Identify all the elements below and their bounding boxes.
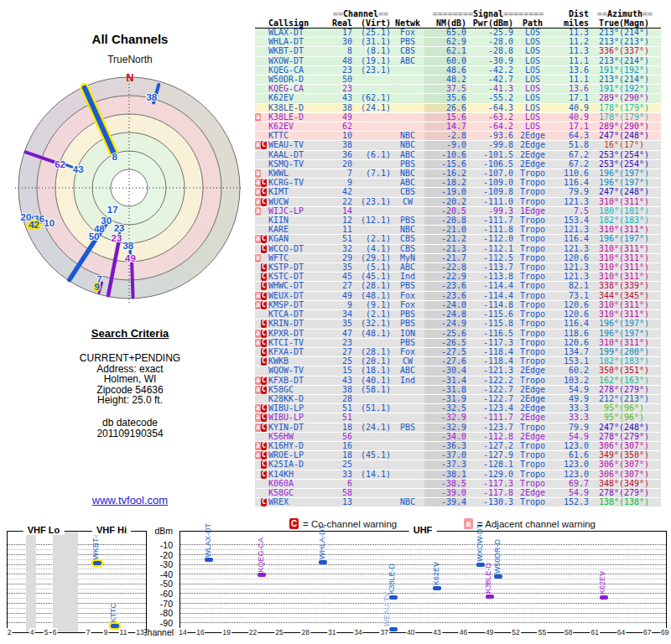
azimuth-true-cell: 289° — [589, 94, 619, 103]
table-row: aCWIBU-LP51(51.1)-32.5-123.42Edge33.395°… — [255, 404, 661, 413]
nm-db-cell: 62.9 — [424, 38, 466, 47]
text-fragment: C — [261, 498, 267, 506]
power-dbm-cell: -117.3 — [466, 479, 513, 488]
text-fragment: a — [255, 235, 261, 243]
north-marker: N — [126, 71, 133, 84]
x-tick-label: 25 — [274, 628, 283, 636]
virtual-channel-cell: (12.1) — [352, 216, 391, 226]
gridline-minor — [180, 617, 666, 618]
table-row: aCWEAU-TV38NBC-9.0-99.82Edge51.816°(17°) — [255, 141, 661, 150]
warning-markers: aC — [255, 273, 268, 282]
network-cell — [391, 451, 424, 460]
network-cell: Fox — [391, 291, 424, 300]
nm-db-cell: -37.3 — [424, 460, 466, 470]
distance-cell: 33.3 — [552, 404, 589, 413]
x-tick-label: 46 — [459, 628, 468, 636]
path-cell: Tropo — [513, 197, 552, 206]
callsign-cell: WQOW-TV — [268, 366, 330, 376]
col-header-callsign: Callsign — [255, 19, 330, 29]
azimuth-magnetic-cell: (311°) — [619, 273, 661, 282]
x-tick-label: 40 — [406, 628, 415, 636]
signal-marker — [494, 574, 502, 579]
azimuth-magnetic-cell: (290°) — [619, 122, 661, 132]
table-row: aCKAAL-DT36(6.1)ABC-10.6-101.52Edge67.22… — [255, 150, 661, 159]
nm-db-cell: 62.1 — [424, 47, 466, 56]
virtual-channel-cell — [352, 498, 391, 507]
text-fragment: ==Channel== ========Signal======== Dist … — [255, 10, 661, 29]
power-dbm-cell: -101.5 — [466, 150, 513, 159]
path-cell: LOS — [513, 47, 552, 56]
network-cell — [391, 122, 424, 132]
text-fragment: C — [261, 339, 267, 347]
tvfool-link[interactable]: www.tvfool.com — [92, 494, 168, 506]
azimuth-magnetic-cell: (248°) — [619, 188, 661, 197]
power-dbm-cell: -99.8 — [466, 141, 513, 150]
path-cell: Tropo — [513, 479, 552, 488]
warning-markers: aC — [255, 132, 268, 141]
network-cell: NBC — [391, 226, 424, 235]
callsign-cell: KWWL — [268, 169, 330, 179]
gridline — [180, 603, 666, 604]
text-fragment: == — [597, 9, 607, 18]
x-tick-label: 2 — [7, 628, 13, 636]
network-cell — [391, 460, 424, 470]
distance-cell: 153.4 — [552, 216, 589, 226]
text-fragment: a — [255, 386, 261, 394]
text-fragment: a — [255, 451, 261, 460]
callsign-cell: K060A — [268, 479, 330, 488]
virtual-channel-cell: (58.1) — [352, 385, 391, 394]
real-channel-cell: 42 — [330, 188, 352, 197]
callsign-cell: KCRG-TV — [268, 179, 330, 188]
x-tick-label: 64 — [616, 628, 626, 636]
nm-db-cell: -16.2 — [424, 169, 466, 179]
azimuth-true-cell: 178° — [589, 103, 619, 112]
azimuth-true-cell: 310° — [589, 263, 619, 273]
network-cell: Fox — [391, 29, 424, 38]
y-tick-label: -70 — [141, 599, 173, 609]
path-cell: Tropo — [513, 169, 552, 179]
callsign-cell: W50DR-D — [268, 75, 330, 85]
network-cell: ABC — [391, 263, 424, 273]
azimuth-true-cell: 349° — [589, 451, 619, 460]
path-cell: LOS — [513, 103, 552, 112]
x-tick-label: 14 — [178, 628, 187, 636]
azimuth-magnetic-cell: (214°) — [619, 56, 661, 65]
x-tick-label: 37 — [380, 628, 389, 636]
text-fragment: Channel — [343, 9, 378, 18]
virtual-channel-cell: (24.1) — [352, 103, 391, 112]
warning-markers: aC — [255, 75, 268, 85]
real-channel-cell: 23 — [330, 338, 352, 347]
gridline — [180, 554, 666, 555]
gridline-minor — [180, 608, 666, 609]
virtual-channel-cell — [352, 159, 391, 169]
text-fragment: C — [261, 235, 267, 243]
table-row: aCK56HW56-34.0-112.82Edge54.9278°(279°) — [255, 432, 661, 441]
table-row: aCKIIN12(12.1)PBS-20.8-111.7Tropo153.418… — [255, 216, 661, 226]
path-cell: Tropo — [513, 253, 552, 262]
signal-marker — [433, 586, 441, 590]
callsign-cell: WFTC — [268, 253, 330, 262]
nm-db-cell: -38.5 — [424, 479, 466, 488]
azimuth-magnetic-cell: (96°) — [619, 404, 661, 413]
signal-marker — [389, 627, 398, 631]
text-fragment: C — [261, 348, 267, 356]
network-cell: PBS — [391, 310, 424, 319]
warning-markers: aC — [255, 150, 268, 159]
distance-cell: 7.5 — [552, 206, 589, 216]
virtual-channel-cell: (45.1) — [352, 451, 391, 460]
signal-marker-label: WLAX-DT — [204, 523, 212, 558]
callsign-cell: WLAX-DT — [268, 29, 330, 38]
real-channel-cell: 22 — [330, 197, 352, 206]
network-cell — [391, 103, 424, 112]
path-cell: 2Edge — [513, 385, 552, 394]
distance-cell: 64.3 — [552, 132, 589, 141]
gridline — [180, 622, 666, 623]
table-row: aCK62EV6214.7-64.2LOS17.1289°(290°) — [255, 122, 661, 132]
distance-cell: 110.6 — [552, 169, 589, 179]
azimuth-magnetic-cell: (183°) — [619, 357, 661, 366]
real-channel-cell: 33 — [330, 470, 352, 479]
nm-db-cell: -25.6 — [424, 329, 466, 338]
azimuth-magnetic-cell: (248°) — [619, 132, 661, 141]
virtual-channel-cell: (25.1) — [352, 29, 391, 38]
warning-markers: aC — [255, 423, 268, 432]
